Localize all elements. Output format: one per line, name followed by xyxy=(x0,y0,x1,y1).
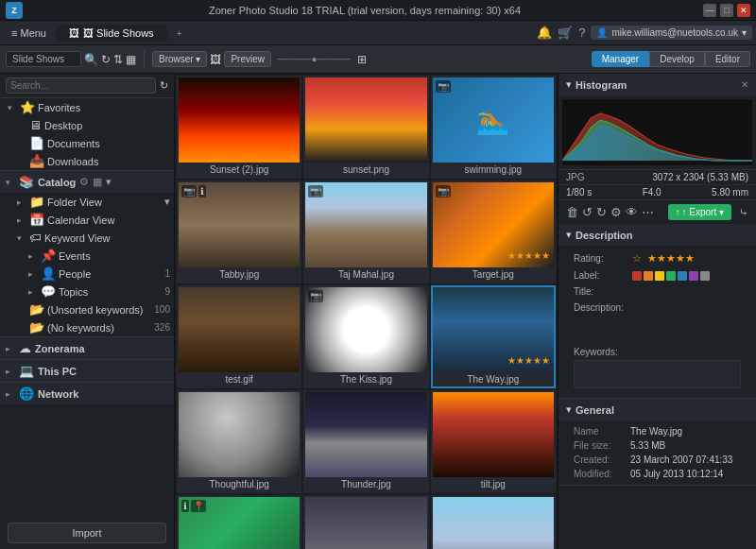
sidebar-item-people[interactable]: ▸ 👤 People 1 xyxy=(0,265,174,283)
general-header[interactable]: ▾ General xyxy=(558,399,756,420)
color-yellow[interactable] xyxy=(655,271,664,281)
export-button[interactable]: ↑ ↑ Export ▾ xyxy=(668,204,731,220)
photo-cell-tilt[interactable]: tilt.jpg xyxy=(431,390,556,493)
help-icon[interactable]: ? xyxy=(578,26,585,40)
sidebar-item-desktop[interactable]: 🖥 Desktop xyxy=(0,116,174,134)
sidebar-item-topics[interactable]: ▸ 💬 Topics 9 xyxy=(0,283,174,300)
close-button[interactable]: ✕ xyxy=(737,4,750,17)
camera-icon-target: 📷 xyxy=(436,185,451,197)
swimming-overlay-icons: 📷 xyxy=(436,80,451,93)
photo-cell-way[interactable]: ★★★★★ The Way.jpg xyxy=(431,285,556,388)
calendarview-label: Calendar View xyxy=(47,214,170,226)
photo-cell-kiss[interactable]: 📷 The Kiss.jpg xyxy=(303,285,428,388)
menu-tab-slideshows[interactable]: 🖼 🖼 Slide Shows xyxy=(56,25,167,42)
sidebar-section-network[interactable]: ▸ 🌐 Network xyxy=(0,382,174,404)
search-icon[interactable]: 🔍 xyxy=(84,53,98,66)
photo-cell-test[interactable]: test.gif xyxy=(177,285,301,388)
file-shutter-row: 1/80 s F4.0 5.80 mm xyxy=(558,185,756,200)
manager-tab[interactable]: Manager xyxy=(592,51,649,67)
color-orange[interactable] xyxy=(644,271,653,281)
cart-icon[interactable]: 🛒 xyxy=(558,26,573,40)
sidebar-item-documents[interactable]: 📄 Documents xyxy=(0,134,174,152)
color-blue[interactable] xyxy=(678,271,687,281)
grid-icon[interactable]: ⊞ xyxy=(357,53,367,66)
gps-icon-toco: 📍 xyxy=(191,500,206,512)
add-tab-button[interactable]: + xyxy=(169,25,190,42)
documents-icon: 📄 xyxy=(29,136,44,150)
sidebar-item-calendar-view[interactable]: ▸ 📅 Calendar View xyxy=(0,211,174,229)
adjust-icon[interactable]: ⚙ xyxy=(610,205,622,219)
rotate-right-icon[interactable]: ↻ xyxy=(596,205,607,219)
menu-item-menu[interactable]: ≡ Menu xyxy=(4,25,54,42)
sidebar-item-nokeywords[interactable]: 📂 (No keywords) 326 xyxy=(0,318,174,336)
color-purple[interactable] xyxy=(689,271,698,281)
photo-cell-tabby[interactable]: 📷 ℹ Tabby.jpg xyxy=(177,180,301,283)
photo-cell-thunder[interactable]: Thunder.jpg xyxy=(303,390,428,493)
bell-icon[interactable]: 🔔 xyxy=(537,26,552,40)
catalog-dropdown-icon[interactable]: ▾ xyxy=(106,176,112,188)
general-created-label: Created: xyxy=(574,455,627,465)
import-button[interactable]: Import xyxy=(8,523,166,543)
minimize-button[interactable]: — xyxy=(703,4,716,17)
photo-cell-thoughtful[interactable]: Thoughtful.jpg xyxy=(177,390,301,493)
histogram-header[interactable]: ▾ Histogram ✕ xyxy=(558,74,756,95)
label-row: Label: xyxy=(566,267,748,283)
stars-filled[interactable]: ★★★★★ xyxy=(647,252,695,265)
sort-icon[interactable]: ⇅ xyxy=(113,53,123,66)
browser-button[interactable]: Browser ▾ xyxy=(152,51,207,67)
sidebar-section-catalog[interactable]: ▾ 📚 Catalog ⚙ ▦ ▾ xyxy=(0,170,174,193)
color-gray[interactable] xyxy=(700,271,710,281)
downloads-icon: 📥 xyxy=(29,154,44,168)
sidebar-section-thispc[interactable]: ▸ 💻 This PC xyxy=(0,359,174,382)
color-green[interactable] xyxy=(666,271,676,281)
photo-cell-swimming[interactable]: 🏊 📷 swimming.jpg xyxy=(431,76,556,179)
sidebar-item-folder-view[interactable]: ▸ 📁 Folder View ▾ xyxy=(0,193,174,211)
rotate-left-icon[interactable]: ↺ xyxy=(582,205,593,219)
refresh-icon[interactable]: ↻ xyxy=(101,53,111,66)
label-label: Label: xyxy=(574,270,627,281)
sidebar-section-zonerama[interactable]: ▸ ☁ Zonerama xyxy=(0,336,174,359)
histogram-close-icon[interactable]: ✕ xyxy=(741,79,748,90)
sidebar-search-input[interactable] xyxy=(6,77,156,94)
network-label: Network xyxy=(38,388,78,400)
dots-icon[interactable]: ⋯ xyxy=(642,205,654,219)
content-area: Sunset (2).jpg sunset.png 🏊 📷 swimming.j… xyxy=(175,74,558,549)
maximize-button[interactable]: □ xyxy=(720,4,733,17)
photo-cell-toco[interactable]: ℹ 📍 ★★★★ Toco Toucan.jpg xyxy=(177,495,301,549)
develop-tab[interactable]: Develop xyxy=(649,51,705,67)
sidebar-item-unsorted[interactable]: 📂 (Unsorted keywords) 100 xyxy=(0,300,174,318)
editor-tab[interactable]: Editor xyxy=(705,51,750,67)
photo-cell-sunset[interactable]: sunset.png xyxy=(303,76,428,179)
tajmahal-overlay-icons: 📷 xyxy=(308,185,323,197)
catalog-icon: 📚 xyxy=(19,175,34,189)
photo-cell-sunset2[interactable]: Sunset (2).jpg xyxy=(177,76,301,179)
photo-cell-tools[interactable]: Tools.jpg xyxy=(303,495,428,549)
sidebar-refresh-icon[interactable]: ↻ xyxy=(160,79,168,92)
topics-icon: 💬 xyxy=(41,284,56,299)
description-header[interactable]: ▾ Description xyxy=(558,224,756,246)
photo-cell-tower[interactable]: tower.jpg xyxy=(431,495,556,549)
keywords-input[interactable] xyxy=(574,360,741,388)
desktop-label: Desktop xyxy=(44,120,170,131)
user-area[interactable]: 👤 mike.williams@nuetools.co.uk ▾ xyxy=(591,26,752,40)
sidebar-item-downloads[interactable]: 📥 Downloads xyxy=(0,152,174,170)
preview-button[interactable]: Preview xyxy=(224,51,271,67)
share-icon[interactable]: ⤷ xyxy=(739,206,748,219)
view-icon[interactable]: ▦ xyxy=(126,53,136,66)
toco-overlay-icons: ℹ 📍 xyxy=(181,500,206,512)
delete-icon[interactable]: 🗑 xyxy=(566,205,578,219)
rating-label: Rating: xyxy=(574,253,627,264)
photo-cell-tajmahal[interactable]: 📷 Taj Mahal.jpg xyxy=(303,180,428,283)
folderview-label: Folder View xyxy=(47,197,162,208)
sidebar-item-keyword-view[interactable]: ▾ 🏷 Keyword View xyxy=(0,229,174,247)
sidebar-item-favorites[interactable]: ▾ ⭐ Favorites xyxy=(0,98,174,116)
catalog-settings-icon[interactable]: ⚙ xyxy=(79,176,89,188)
general-created-row: Created: 23 March 2007 07:41:33 xyxy=(566,453,748,467)
color-red[interactable] xyxy=(632,271,642,281)
zoom-slider-area[interactable]: ─────●───── xyxy=(278,54,351,64)
sidebar-item-events[interactable]: ▸ 📌 Events xyxy=(0,247,174,265)
photo-cell-target[interactable]: 📷 ★★★★★ Target.jpg xyxy=(431,180,556,283)
catalog-action-icon[interactable]: ▦ xyxy=(93,176,102,188)
nokeywords-label: (No keywords) xyxy=(47,322,151,334)
eye-icon[interactable]: 👁 xyxy=(626,205,638,219)
